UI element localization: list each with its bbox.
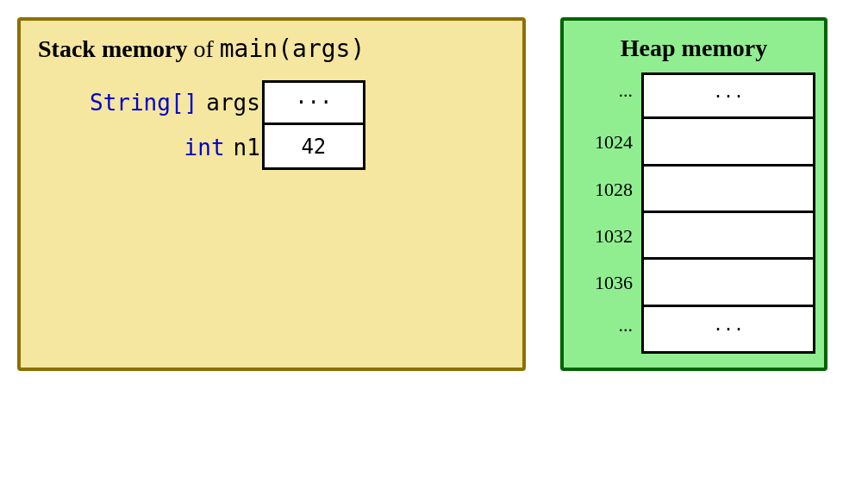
stack-memory-panel: Stack memory of main(args) String[] args… [17,17,526,371]
heap-addr-3: 1032 [572,213,641,260]
stack-title-mono: main(args) [220,35,365,63]
stack-title: Stack memory of main(args) [38,35,365,63]
var-type-0: String[] [90,90,197,116]
var-name-1: n1 [234,135,260,160]
heap-cell-2 [641,167,815,213]
stack-title-rest: of [187,35,219,62]
heap-row: 1028 [572,167,815,213]
var-value-1: 42 [262,125,365,170]
heap-table: ······1024102810321036······ [572,72,815,354]
heap-title: Heap memory [572,35,815,62]
var-type-1: int [184,135,225,160]
heap-cell-3 [641,213,815,260]
heap-row: 1024 [572,119,815,166]
heap-cell-1 [641,119,815,166]
heap-row: 1032 [572,213,815,260]
heap-addr-0: ··· [572,72,641,119]
heap-cell-4 [641,260,815,306]
heap-addr-2: 1028 [572,167,641,213]
heap-row: ······ [572,307,815,354]
var-value-0: ··· [262,80,365,125]
stack-title-bold: Stack memory [38,35,187,62]
var-boxes: ··· 42 [262,80,365,170]
heap-addr-5: ··· [572,307,641,354]
heap-row: 1036 [572,260,815,306]
heap-memory-panel: Heap memory ······1024102810321036······ [560,17,827,371]
heap-cell-5: ··· [641,307,815,354]
var-name-0: args [206,90,260,116]
heap-addr-1: 1024 [572,119,641,166]
heap-addr-4: 1036 [572,260,641,306]
heap-row: ······ [572,72,815,119]
heap-cell-0: ··· [641,72,815,119]
